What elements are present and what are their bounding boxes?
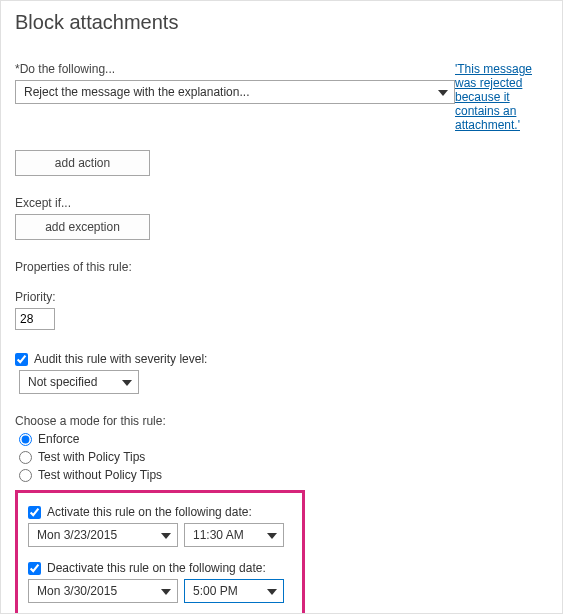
properties-header: Properties of this rule: — [15, 260, 548, 274]
explanation-link[interactable]: 'This message was rejected because it co… — [455, 62, 532, 132]
page-title: Block attachments — [15, 11, 548, 34]
activate-time-value: 11:30 AM — [193, 528, 244, 542]
audit-severity-select[interactable]: Not specified — [19, 370, 139, 394]
audit-checkbox[interactable] — [15, 353, 28, 366]
activate-label: Activate this rule on the following date… — [47, 505, 252, 519]
date-range-highlight: Activate this rule on the following date… — [15, 490, 305, 614]
deactivate-time-value: 5:00 PM — [193, 584, 238, 598]
mode-test-notips-radio[interactable] — [19, 469, 32, 482]
mode-enforce-radio[interactable] — [19, 433, 32, 446]
chevron-down-icon — [267, 589, 277, 595]
chevron-down-icon — [161, 533, 171, 539]
chevron-down-icon — [267, 533, 277, 539]
do-following-select-value: Reject the message with the explanation.… — [24, 85, 249, 99]
chevron-down-icon — [122, 380, 132, 386]
chevron-down-icon — [161, 589, 171, 595]
deactivate-date-select[interactable]: Mon 3/30/2015 — [28, 579, 178, 603]
mode-test-notips-label: Test without Policy Tips — [38, 468, 162, 482]
activate-date-select[interactable]: Mon 3/23/2015 — [28, 523, 178, 547]
priority-label: Priority: — [15, 290, 548, 304]
activate-date-value: Mon 3/23/2015 — [37, 528, 117, 542]
mode-enforce-label: Enforce — [38, 432, 79, 446]
priority-input[interactable] — [15, 308, 55, 330]
audit-label: Audit this rule with severity level: — [34, 352, 207, 366]
except-if-label: Except if... — [15, 196, 548, 210]
deactivate-time-select[interactable]: 5:00 PM — [184, 579, 284, 603]
do-following-label: *Do the following... — [15, 62, 455, 76]
deactivate-label: Deactivate this rule on the following da… — [47, 561, 266, 575]
mode-test-tips-radio[interactable] — [19, 451, 32, 464]
deactivate-date-value: Mon 3/30/2015 — [37, 584, 117, 598]
activate-checkbox[interactable] — [28, 506, 41, 519]
chevron-down-icon — [438, 90, 448, 96]
activate-time-select[interactable]: 11:30 AM — [184, 523, 284, 547]
audit-severity-value: Not specified — [28, 375, 97, 389]
add-action-button[interactable]: add action — [15, 150, 150, 176]
mode-test-tips-label: Test with Policy Tips — [38, 450, 145, 464]
add-exception-button[interactable]: add exception — [15, 214, 150, 240]
deactivate-checkbox[interactable] — [28, 562, 41, 575]
do-following-select[interactable]: Reject the message with the explanation.… — [15, 80, 455, 104]
mode-label: Choose a mode for this rule: — [15, 414, 548, 428]
